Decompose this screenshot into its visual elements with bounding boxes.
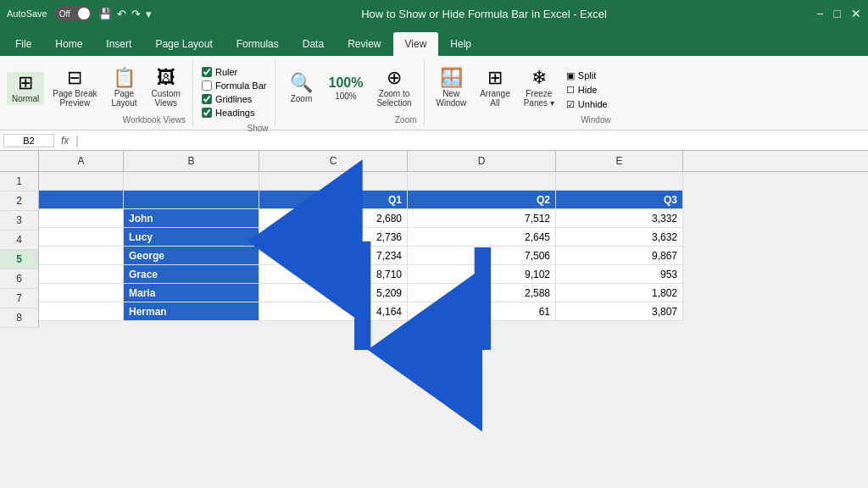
- cell-8c[interactable]: 4,164: [259, 302, 408, 321]
- tab-home[interactable]: Home: [43, 32, 94, 56]
- redo-icon[interactable]: ↷: [131, 8, 141, 20]
- row-header-5[interactable]: 5: [0, 250, 39, 269]
- cell-6c[interactable]: 8,710: [259, 265, 408, 284]
- tab-insert[interactable]: Insert: [94, 32, 143, 56]
- hide-button[interactable]: ☐ Hide: [563, 84, 611, 97]
- cell-5a[interactable]: [39, 247, 124, 265]
- row-header-3[interactable]: 3: [0, 211, 39, 230]
- cell-8d[interactable]: 61: [408, 302, 556, 321]
- cell-7d[interactable]: 2,588: [408, 284, 556, 302]
- zoom-button[interactable]: 🔍 Zoom: [282, 72, 320, 105]
- autosave-toggle[interactable]: Off: [54, 6, 92, 21]
- row-header-4[interactable]: 4: [0, 230, 39, 250]
- maximize-icon[interactable]: □: [834, 7, 841, 20]
- cell-3d[interactable]: 7,512: [408, 209, 556, 228]
- cell-8e[interactable]: 3,807: [556, 302, 683, 321]
- cell-5c[interactable]: 7,234: [259, 247, 408, 265]
- show-group-label: Show: [247, 122, 268, 135]
- tab-view[interactable]: View: [393, 32, 439, 56]
- cell-2e[interactable]: Q3: [556, 191, 683, 209]
- cell-1a[interactable]: [39, 172, 124, 191]
- split-button[interactable]: ▣ Split: [563, 69, 611, 82]
- gridlines-checkbox-item[interactable]: Gridlines: [200, 93, 269, 105]
- cell-3e[interactable]: 3,332: [556, 209, 683, 228]
- cell-2c[interactable]: Q1: [259, 191, 408, 209]
- cell-5e[interactable]: 9,867: [556, 247, 683, 265]
- cell-8b[interactable]: Herman: [124, 302, 259, 321]
- page-layout-button[interactable]: 📋 PageLayout: [106, 67, 143, 109]
- cell-3b[interactable]: John: [124, 209, 259, 228]
- col-header-a[interactable]: A: [39, 151, 124, 171]
- tab-formulas[interactable]: Formulas: [225, 32, 291, 56]
- row-header-7[interactable]: 7: [0, 289, 39, 308]
- zoom-selection-icon: ⊕: [387, 69, 402, 87]
- tab-page-layout[interactable]: Page Layout: [143, 32, 224, 56]
- cell-7e[interactable]: 1,802: [556, 284, 683, 302]
- normal-button[interactable]: ⊞ Normal: [7, 72, 44, 105]
- ruler-checkbox-item[interactable]: Ruler: [200, 66, 269, 78]
- cell-5b[interactable]: George: [124, 247, 259, 265]
- arrange-all-button[interactable]: ⊞ ArrangeAll: [475, 67, 515, 109]
- headings-checkbox-item[interactable]: Headings: [200, 107, 269, 119]
- customize-icon[interactable]: ▾: [146, 8, 152, 20]
- page-break-preview-button[interactable]: ⊟ Page BreakPreview: [47, 67, 102, 109]
- cell-2b[interactable]: [124, 191, 259, 209]
- quick-access-toolbar: 💾 ↶ ↷ ▾: [98, 8, 152, 20]
- freeze-panes-button[interactable]: ❄ FreezePanes ▾: [519, 67, 559, 109]
- minimize-icon[interactable]: −: [816, 7, 823, 20]
- col-header-b[interactable]: B: [124, 151, 259, 171]
- cell-3c[interactable]: 2,680: [259, 209, 408, 228]
- save-icon[interactable]: 💾: [98, 8, 112, 20]
- cell-8a[interactable]: [39, 302, 124, 321]
- row-header-6[interactable]: 6: [0, 269, 39, 289]
- cell-5d[interactable]: 7,506: [408, 247, 556, 265]
- cell-6a[interactable]: [39, 265, 124, 284]
- formula-input[interactable]: [82, 135, 865, 147]
- formula-bar-checkbox-item[interactable]: Formula Bar: [200, 80, 269, 92]
- cell-6b[interactable]: Grace: [124, 265, 259, 284]
- cell-4b[interactable]: Lucy: [124, 228, 259, 247]
- tab-help[interactable]: Help: [438, 32, 483, 56]
- tab-file[interactable]: File: [3, 32, 43, 56]
- tab-data[interactable]: Data: [291, 32, 336, 56]
- cell-7c[interactable]: 5,209: [259, 284, 408, 302]
- new-window-button[interactable]: 🪟 NewWindow: [431, 67, 472, 109]
- row-header-2[interactable]: 2: [0, 191, 39, 211]
- cell-6e[interactable]: 953: [556, 265, 683, 284]
- cell-4a[interactable]: [39, 228, 124, 247]
- cell-6d[interactable]: 9,102: [408, 265, 556, 284]
- col-header-c[interactable]: C: [259, 151, 408, 171]
- col-header-e[interactable]: E: [556, 151, 683, 171]
- row-headers: 1 2 3 4 5 6 7 8: [0, 172, 39, 328]
- formula-bar-checkbox[interactable]: [202, 80, 212, 91]
- window-group: 🪟 NewWindow ⊞ ArrangeAll ❄ FreezePanes ▾…: [425, 59, 618, 126]
- headings-checkbox[interactable]: [202, 108, 212, 118]
- name-box[interactable]: [3, 134, 54, 147]
- cell-1c[interactable]: [259, 172, 408, 191]
- cell-4d[interactable]: 2,645: [408, 228, 556, 247]
- cell-2a[interactable]: [39, 191, 124, 209]
- cell-1e[interactable]: [556, 172, 683, 191]
- cell-7b[interactable]: Maria: [124, 284, 259, 302]
- cell-1b[interactable]: [124, 172, 259, 191]
- row-header-1[interactable]: 1: [0, 172, 39, 191]
- zoom-selection-button[interactable]: ⊕ Zoom toSelection: [371, 67, 416, 109]
- col-header-row: A B C D E: [0, 151, 868, 172]
- zoom100-button[interactable]: 100% 100%: [323, 75, 368, 103]
- tab-review[interactable]: Review: [336, 32, 392, 56]
- cell-3a[interactable]: [39, 209, 124, 228]
- ruler-checkbox[interactable]: [202, 67, 212, 77]
- cell-1d[interactable]: [408, 172, 556, 191]
- cell-4c[interactable]: 2,736: [259, 228, 408, 247]
- cell-4e[interactable]: 3,632: [556, 228, 683, 247]
- col-header-d[interactable]: D: [408, 151, 556, 171]
- arrange-all-icon: ⊞: [487, 69, 503, 87]
- gridlines-checkbox[interactable]: [202, 94, 212, 104]
- custom-views-button[interactable]: 🖼 CustomViews: [147, 67, 186, 109]
- cell-7a[interactable]: [39, 284, 124, 302]
- cell-2d[interactable]: Q2: [408, 191, 556, 209]
- undo-icon[interactable]: ↶: [117, 8, 126, 20]
- close-icon[interactable]: ✕: [851, 7, 861, 20]
- unhide-button[interactable]: ☑ Unhide: [563, 98, 611, 111]
- row-header-8[interactable]: 8: [0, 308, 39, 328]
